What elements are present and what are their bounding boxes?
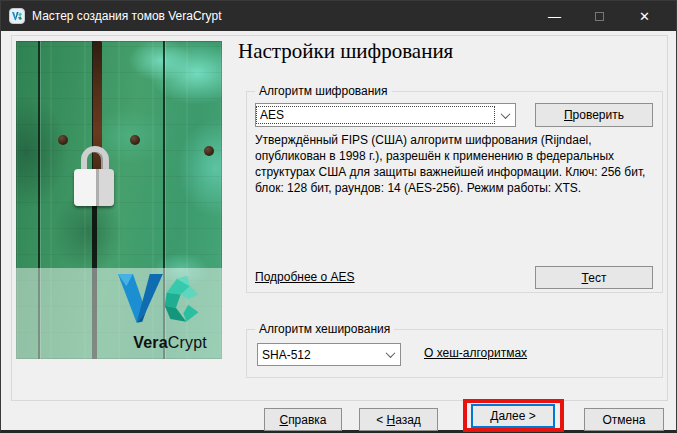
logo-band: VeraCrypt xyxy=(16,268,222,359)
chevron-down-icon[interactable] xyxy=(380,351,400,358)
padlock-body xyxy=(74,169,114,206)
encryption-algorithm-value: AES xyxy=(256,106,495,124)
veracrypt-logo-icon xyxy=(114,274,208,332)
window-title: Мастер создания томов VeraCrypt xyxy=(32,1,222,31)
check-button-mnemonic: П xyxy=(564,108,573,122)
back-rest: азад xyxy=(395,413,421,427)
minimize-button[interactable]: — xyxy=(532,1,577,31)
help-button[interactable]: Справка xyxy=(264,408,342,431)
check-button[interactable]: Проверить xyxy=(535,103,653,127)
hash-algorithm-value: SHA-512 xyxy=(258,346,380,364)
help-mnemonic: С xyxy=(279,413,288,427)
chevron-down-icon[interactable] xyxy=(495,112,515,119)
close-button[interactable]: ✕ xyxy=(622,1,667,31)
help-rest: правка xyxy=(288,413,326,427)
encryption-group-label: Алгоритм шифрования xyxy=(255,84,392,98)
hash-algorithm-group: Алгоритм хеширования SHA-512 О хеш-алгор… xyxy=(246,329,663,378)
encryption-algorithm-group: Алгоритм шифрования AES Проверить Утверж… xyxy=(246,91,663,293)
wordmark-bold: Vera xyxy=(133,334,168,351)
bolt-icon xyxy=(204,146,214,156)
veracrypt-wordmark: VeraCrypt xyxy=(133,334,207,352)
more-about-aes-link[interactable]: Подробнее о AES xyxy=(255,270,355,284)
back-prefix: < xyxy=(376,413,386,427)
hash-group-label: Алгоритм хеширования xyxy=(255,322,394,336)
cancel-button[interactable]: Отмена xyxy=(584,408,664,431)
benchmark-test-button[interactable]: Тест xyxy=(535,266,653,289)
hash-algorithm-select[interactable]: SHA-512 xyxy=(257,343,401,366)
wordmark-light: Crypt xyxy=(168,334,207,351)
page-title: Настройки шифрования xyxy=(238,39,453,64)
minimize-icon: — xyxy=(548,9,561,24)
titlebar[interactable]: Мастер создания томов VeraCrypt — ✕ xyxy=(1,1,676,31)
maximize-button xyxy=(577,1,622,31)
close-icon: ✕ xyxy=(639,9,650,24)
algorithm-description: Утверждённый FIPS (США) алгоритм шифрова… xyxy=(255,132,655,196)
bolt-icon xyxy=(58,135,68,145)
test-button-rest: ест xyxy=(588,271,606,285)
back-mnemonic: Н xyxy=(386,413,395,427)
door-padlock-image: VeraCrypt xyxy=(16,41,222,359)
next-rest: алее > xyxy=(498,409,535,423)
maximize-icon xyxy=(595,12,604,21)
back-button[interactable]: < Назад xyxy=(359,408,438,431)
hash-info-link[interactable]: О хеш-алгоритмах xyxy=(424,346,527,360)
veracrypt-wizard-window: Мастер создания томов VeraCrypt — ✕ xyxy=(0,0,677,433)
bolt-icon xyxy=(130,135,140,145)
check-button-rest: роверить xyxy=(573,108,624,122)
encryption-algorithm-select[interactable]: AES xyxy=(255,103,516,127)
next-button[interactable]: Далее > xyxy=(471,404,555,428)
veracrypt-app-icon xyxy=(9,8,25,24)
